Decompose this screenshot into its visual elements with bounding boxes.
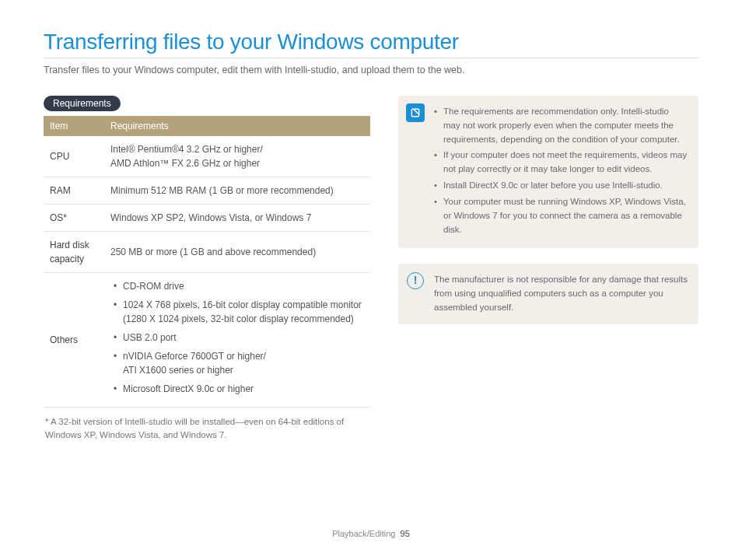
note-item: If your computer does not meet the requi…	[434, 149, 688, 177]
note-item: The requirements are recommendation only…	[434, 105, 688, 146]
note-item: Your computer must be running Windows XP…	[434, 195, 688, 236]
footer-page: 95	[401, 529, 410, 538]
list-item: CD-ROM drive	[114, 279, 364, 293]
table-head-req: Requirements	[104, 116, 370, 136]
cell-label: RAM	[44, 177, 104, 205]
intro-text: Transfer files to your Windows computer,…	[44, 65, 698, 75]
table-row: CPU Intel® Pentium®4 3.2 GHz or higher/ …	[44, 136, 370, 177]
cell-label: CPU	[44, 136, 104, 177]
page-title: Transferring files to your Windows compu…	[44, 30, 698, 54]
table-row: Hard disk capacity 250 MB or more (1 GB …	[44, 232, 370, 273]
cell-value: 250 MB or more (1 GB and above recommend…	[104, 232, 370, 273]
cell-label: Hard disk capacity	[44, 232, 104, 273]
warning-text: The manufacturer is not responsible for …	[434, 275, 688, 312]
warning-icon: !	[406, 271, 425, 290]
page-footer: Playback/Editing 95	[0, 529, 742, 538]
cell-value: CD-ROM drive 1024 X 768 pixels, 16-bit c…	[104, 273, 370, 408]
table-row: OS* Windows XP SP2, Windows Vista, or Wi…	[44, 205, 370, 232]
list-item: nVIDIA Geforce 7600GT or higher/ ATI X16…	[114, 349, 364, 377]
info-note: The requirements are recommendation only…	[398, 96, 698, 248]
cell-value: Intel® Pentium®4 3.2 GHz or higher/ AMD …	[104, 136, 370, 177]
table-row: RAM Minimum 512 MB RAM (1 GB or more rec…	[44, 177, 370, 205]
table-row: Others CD-ROM drive 1024 X 768 pixels, 1…	[44, 273, 370, 408]
note-item: Install DirectX 9.0c or later before you…	[434, 179, 688, 193]
list-item: Microsoft DirectX 9.0c or higher	[114, 382, 364, 396]
cell-label: OS*	[44, 205, 104, 232]
cell-label: Others	[44, 273, 104, 408]
cell-value: Minimum 512 MB RAM (1 GB or more recomme…	[104, 177, 370, 205]
list-item: USB 2.0 port	[114, 331, 364, 345]
note-icon	[406, 103, 425, 122]
warning-note: ! The manufacturer is not responsible fo…	[398, 264, 698, 324]
footnote: * A 32-bit version of Intelli-studio wil…	[44, 415, 370, 443]
requirements-table: Item Requirements CPU Intel® Pentium®4 3…	[44, 116, 370, 408]
list-item: 1024 X 768 pixels, 16-bit color display …	[114, 298, 364, 326]
cell-value: Windows XP SP2, Windows Vista, or Window…	[104, 205, 370, 232]
requirements-badge: Requirements	[44, 96, 121, 111]
footer-section: Playback/Editing	[332, 529, 395, 538]
table-head-item: Item	[44, 116, 104, 136]
title-divider	[44, 58, 698, 58]
